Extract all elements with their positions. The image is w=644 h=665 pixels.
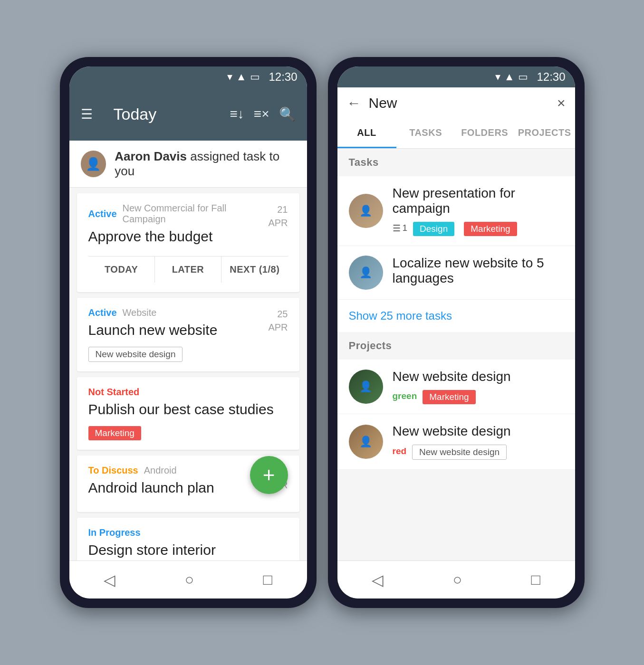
main-content-left: Active New Commercial for Fall Campaign … [69, 188, 307, 560]
recent-nav-icon[interactable]: □ [531, 571, 540, 589]
tab-projects[interactable]: PROJECTS [514, 119, 575, 148]
task-card[interactable]: In Progress Design store interior Design… [77, 518, 299, 560]
date-month: APR [268, 321, 288, 334]
time-right: 12:30 [537, 70, 565, 84]
task-title: Android launch plan [88, 480, 214, 496]
status-badge: In Progress [88, 527, 141, 538]
avatar: 👤 [349, 370, 383, 404]
avatar: 👤 [81, 151, 106, 177]
signal-icon: ▲ [504, 71, 515, 83]
back-nav-icon[interactable]: ◁ [104, 571, 115, 589]
back-nav-icon[interactable]: ◁ [372, 571, 384, 589]
filter-icon[interactable]: ≡× [254, 106, 269, 122]
show-more-button[interactable]: Show 25 more tasks [337, 300, 575, 332]
avatar: 👤 [349, 425, 383, 459]
status-badge: Active [88, 307, 117, 318]
task-info: Active New Commercial for Fall Campaign … [88, 203, 269, 251]
wifi-icon: ▾ [495, 71, 500, 83]
battery-icon: ▭ [518, 71, 528, 83]
sort-icon[interactable]: ≡↓ [230, 106, 244, 122]
task-info: To Discuss Android Android launch plan [88, 465, 214, 503]
signal-icon: ▲ [236, 71, 247, 83]
result-item[interactable]: 👤 New website design red New website des… [337, 414, 575, 470]
result-meta: red New website design [393, 443, 564, 460]
back-button[interactable]: ← [347, 95, 361, 111]
result-title: New website design [393, 369, 564, 384]
battery-icon: ▭ [250, 71, 260, 83]
status-icons-left: ▾ ▲ ▭ [227, 71, 260, 83]
task-card[interactable]: Active New Commercial for Fall Campaign … [77, 193, 299, 292]
project-label: New Commercial for Fall Campaign [123, 203, 269, 225]
search-results: Tasks 👤 New presentation for campaign ☰ … [337, 149, 575, 560]
result-content: New website design red New website desig… [393, 424, 564, 460]
tab-tasks[interactable]: TASKS [396, 119, 455, 148]
tab-today[interactable]: TODAY [88, 256, 155, 283]
tab-later[interactable]: LATER [155, 256, 221, 283]
result-content: Localize new website to 5 languages [393, 256, 564, 290]
result-item[interactable]: 👤 New presentation for campaign ☰ 1 Desi… [337, 176, 575, 246]
result-content: New website design green Marketing [393, 369, 564, 404]
tab-folders[interactable]: FOLDERS [455, 119, 514, 148]
task-meta: Not Started [88, 387, 288, 398]
tasks-section-header: Tasks [337, 149, 575, 176]
task-card[interactable]: Not Started Publish our best case studie… [77, 377, 299, 450]
result-title: New presentation for campaign [393, 186, 564, 216]
list-icon: ☰ [393, 223, 401, 234]
search-input[interactable]: New [369, 95, 549, 111]
bottom-navigation-right: ◁ ○ □ [337, 560, 575, 598]
recent-nav-icon[interactable]: □ [263, 571, 272, 589]
result-title: New website design [393, 424, 564, 439]
notification-text: Aaron Davis assigned task to you [115, 149, 295, 179]
search-icon[interactable]: 🔍 [279, 106, 296, 122]
color-label-red: red [393, 446, 407, 456]
date-day: 25 [268, 307, 288, 321]
task-info: Active Website Launch new website New we… [88, 307, 218, 362]
tag-outline: New website design [412, 445, 507, 460]
task-title: Publish our best case studies [88, 401, 288, 418]
status-bar-left: ▾ ▲ ▭ 12:30 [69, 66, 307, 87]
bottom-navigation-left: ◁ ○ □ [69, 560, 307, 598]
status-bar-right: ▾ ▲ ▭ 12:30 [337, 66, 575, 87]
task-card-header: Active Website Launch new website New we… [88, 307, 288, 362]
tab-all[interactable]: ALL [337, 119, 396, 148]
task-card-header: Active New Commercial for Fall Campaign … [88, 203, 288, 251]
task-card[interactable]: Active Website Launch new website New we… [77, 298, 299, 371]
status-badge: Active [88, 209, 117, 219]
result-item[interactable]: 👤 Localize new website to 5 languages [337, 246, 575, 300]
time-left: 12:30 [269, 70, 297, 84]
result-meta: ☰ 1 Design Marketing [393, 220, 564, 236]
tag-marketing: Marketing [464, 222, 517, 236]
tag-outline: New website design [88, 347, 183, 362]
wifi-icon: ▾ [227, 71, 232, 83]
notification-user: Aaron Davis [115, 149, 187, 163]
task-title: Design store interior [88, 542, 288, 558]
tab-next[interactable]: NEXT (1/8) [221, 256, 288, 283]
right-phone: ▾ ▲ ▭ 12:30 ← New × ALL TASKS FOLDERS PR… [328, 57, 585, 608]
result-item[interactable]: 👤 New website design green Marketing [337, 360, 575, 414]
home-nav-icon[interactable]: ○ [453, 571, 462, 589]
task-date: 21 APR [268, 203, 288, 229]
result-title: Localize new website to 5 languages [393, 256, 564, 286]
tag-marketing: Marketing [423, 390, 475, 404]
result-content: New presentation for campaign ☰ 1 Design… [393, 186, 564, 236]
task-list: Active New Commercial for Fall Campaign … [69, 188, 307, 560]
task-title: Launch new website [88, 322, 218, 338]
notification-banner: 👤 Aaron Davis assigned task to you [69, 141, 307, 188]
date-day: 21 [268, 203, 288, 216]
left-phone: ▾ ▲ ▭ 12:30 ☰ Today ≡↓ ≡× 🔍 👤 Aaron Davi… [60, 57, 317, 608]
status-badge: To Discuss [88, 465, 138, 476]
clear-button[interactable]: × [557, 95, 566, 111]
task-title: Approve the budget [88, 228, 269, 245]
menu-icon[interactable]: ☰ [81, 106, 93, 122]
fab-button[interactable]: + [250, 456, 288, 494]
status-badge: Not Started [88, 387, 140, 398]
home-nav-icon[interactable]: ○ [185, 571, 194, 589]
avatar: 👤 [349, 256, 383, 290]
page-title: Today [102, 95, 221, 133]
task-tabs: TODAY LATER NEXT (1/8) [88, 256, 288, 283]
result-meta: green Marketing [393, 388, 564, 404]
task-meta: Active Website [88, 307, 218, 318]
tag-design: Design [413, 222, 454, 236]
search-tabs: ALL TASKS FOLDERS PROJECTS [337, 119, 575, 149]
task-meta: To Discuss Android [88, 465, 214, 476]
